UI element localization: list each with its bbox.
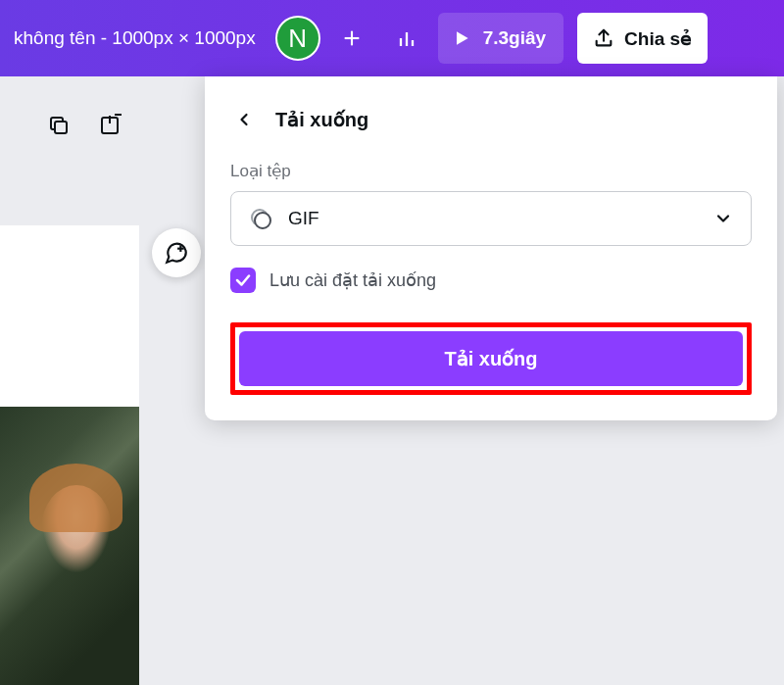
download-button[interactable]: Tải xuống (239, 331, 743, 386)
add-page-icon (98, 114, 122, 137)
chevron-left-icon (234, 110, 254, 129)
add-button[interactable] (328, 15, 375, 62)
play-icon (452, 28, 471, 48)
chevron-down-icon (713, 209, 733, 228)
panel-header: Tải xuống (230, 106, 752, 133)
check-icon (234, 271, 252, 289)
duration-label: 7.3giây (483, 27, 546, 49)
canvas-image[interactable] (0, 407, 139, 685)
user-avatar[interactable]: N (275, 16, 320, 61)
save-settings-label: Lưu cài đặt tải xuống (270, 269, 436, 291)
play-preview-button[interactable]: 7.3giây (438, 13, 564, 64)
comment-icon (164, 240, 189, 266)
canvas-controls (45, 112, 123, 139)
filetype-section-label: Loại tệp (230, 161, 752, 181)
save-settings-checkbox[interactable] (230, 268, 256, 293)
selected-filetype: GIF (288, 208, 698, 229)
bar-chart-icon (395, 26, 418, 50)
analytics-button[interactable] (383, 15, 430, 62)
gif-filetype-icon (249, 207, 272, 230)
add-page-button[interactable] (96, 112, 123, 139)
share-label: Chia sẻ (624, 27, 692, 50)
back-button[interactable] (230, 106, 258, 133)
share-button[interactable]: Chia sẻ (577, 13, 708, 64)
comment-button[interactable] (152, 228, 201, 277)
document-title: không tên - 1000px × 1000px (14, 27, 256, 49)
download-button-highlight: Tải xuống (230, 322, 752, 395)
upload-icon (593, 27, 614, 49)
filetype-select[interactable]: GIF (230, 191, 752, 246)
duplicate-button[interactable] (45, 112, 73, 139)
panel-title: Tải xuống (275, 108, 368, 131)
avatar-initial: N (288, 24, 307, 54)
save-settings-row: Lưu cài đặt tải xuống (230, 268, 752, 293)
plus-icon (341, 27, 363, 49)
svg-point-12 (255, 213, 270, 228)
canvas-page[interactable] (0, 225, 139, 431)
svg-rect-5 (55, 122, 67, 133)
top-toolbar: không tên - 1000px × 1000px N 7.3giây Ch… (0, 0, 784, 76)
copy-icon (47, 114, 71, 137)
download-panel: Tải xuống Loại tệp GIF Lưu cài đặt tải x… (205, 76, 777, 420)
